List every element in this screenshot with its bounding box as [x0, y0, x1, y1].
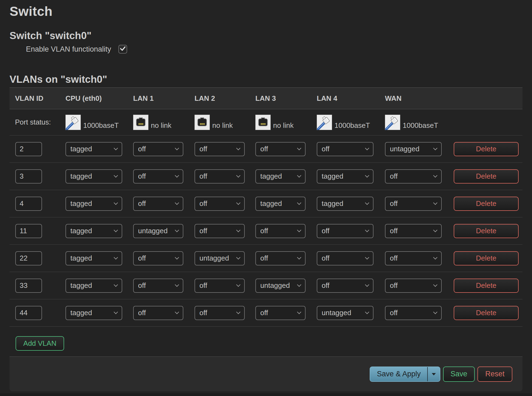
select-value: off: [199, 145, 207, 153]
select-value: off: [199, 172, 207, 181]
enable-vlan-row: Enable VLAN functionality: [26, 44, 111, 55]
delete-button[interactable]: Delete: [454, 197, 519, 211]
enable-vlan-checkbox[interactable]: [118, 45, 127, 54]
chevron-down-icon: [236, 146, 241, 150]
lan1-select[interactable]: off: [133, 279, 183, 293]
chevron-down-icon: [236, 173, 241, 178]
save-button[interactable]: Save: [443, 367, 475, 382]
column-header-lan1: LAN 1: [133, 94, 195, 103]
chevron-down-icon: [297, 310, 301, 314]
lan3-select[interactable]: off: [255, 306, 306, 320]
lan4-select[interactable]: off: [317, 224, 373, 238]
chevron-down-icon: [297, 173, 301, 178]
cpu-select[interactable]: tagged: [65, 279, 122, 293]
delete-button[interactable]: Delete: [454, 142, 519, 156]
wan-select[interactable]: off: [385, 279, 442, 293]
cpu-select[interactable]: tagged: [65, 169, 122, 184]
vlan-id-input[interactable]: [15, 197, 42, 211]
select-value: off: [322, 145, 329, 153]
select-value: tagged: [70, 145, 92, 153]
lan1-select[interactable]: off: [133, 169, 183, 184]
cpu-select[interactable]: tagged: [65, 224, 122, 238]
save-and-apply-button[interactable]: Save & Apply: [370, 367, 440, 382]
wan-select[interactable]: off: [385, 251, 442, 265]
lan2-select[interactable]: off: [195, 279, 245, 293]
lan3-select[interactable]: off: [255, 142, 306, 156]
select-value: tagged: [70, 227, 92, 235]
delete-button[interactable]: Delete: [454, 224, 519, 238]
ethernet-unplugged-icon: [195, 115, 210, 130]
vlan-table-row: tagged untagged off off off off: [10, 217, 522, 245]
vlan-id-input[interactable]: [15, 142, 42, 156]
select-value: untagged: [260, 281, 290, 290]
ethernet-plugged-icon: [385, 115, 400, 130]
vlan-table-row: tagged off untagged off off off: [10, 245, 522, 272]
select-value: off: [199, 227, 207, 235]
chevron-down-icon: [297, 201, 301, 205]
page-title: Switch: [10, 4, 53, 19]
lan4-select[interactable]: tagged: [317, 197, 373, 211]
chevron-down-icon: [114, 255, 118, 260]
delete-button[interactable]: Delete: [454, 279, 519, 293]
lan3-select[interactable]: tagged: [255, 197, 306, 211]
wan-select[interactable]: off: [385, 224, 442, 238]
lan1-select[interactable]: off: [133, 142, 183, 156]
cpu-select[interactable]: tagged: [65, 251, 122, 265]
vlan-id-input[interactable]: [15, 169, 42, 184]
lan4-select[interactable]: tagged: [317, 169, 373, 184]
lan4-select[interactable]: untagged: [317, 306, 373, 320]
cpu-select[interactable]: tagged: [65, 197, 122, 211]
lan2-select[interactable]: off: [195, 142, 245, 156]
select-value: tagged: [260, 172, 282, 181]
lan1-select[interactable]: off: [133, 197, 183, 211]
chevron-down-icon: [114, 173, 118, 178]
wan-select[interactable]: untagged: [385, 142, 442, 156]
delete-button[interactable]: Delete: [454, 169, 519, 184]
lan2-select[interactable]: off: [195, 306, 245, 320]
lan2-select[interactable]: off: [195, 224, 245, 238]
select-value: untagged: [390, 145, 419, 153]
port-status-text: no link: [151, 121, 171, 130]
reset-button[interactable]: Reset: [477, 367, 512, 382]
port-status-text: 1000baseT: [334, 121, 370, 130]
switch-section-title: Switch "switch0": [10, 30, 91, 42]
lan1-select[interactable]: untagged: [133, 224, 183, 238]
lan4-select[interactable]: off: [317, 142, 373, 156]
select-value: off: [138, 309, 146, 317]
lan3-select[interactable]: off: [255, 224, 306, 238]
dropdown-arrow-icon[interactable]: [428, 367, 440, 381]
lan1-select[interactable]: off: [133, 251, 183, 265]
vlan-section-title: VLANs on "switch0": [10, 74, 107, 85]
delete-button[interactable]: Delete: [454, 251, 519, 265]
wan-select[interactable]: off: [385, 197, 442, 211]
chevron-down-icon: [114, 201, 118, 205]
lan3-select[interactable]: untagged: [255, 279, 306, 293]
lan2-select[interactable]: untagged: [195, 251, 245, 265]
lan4-select[interactable]: off: [317, 251, 373, 265]
vlan-table-row: tagged off off off untagged off: [10, 299, 522, 327]
wan-select[interactable]: off: [385, 169, 442, 184]
port-status-text: 1000baseT: [83, 121, 119, 130]
lan3-select[interactable]: tagged: [255, 169, 306, 184]
wan-select[interactable]: off: [385, 306, 442, 320]
cpu-select[interactable]: tagged: [65, 142, 122, 156]
chevron-down-icon: [365, 146, 369, 150]
delete-button[interactable]: Delete: [454, 306, 519, 320]
lan4-select[interactable]: off: [317, 279, 373, 293]
select-value: tagged: [322, 172, 343, 181]
chevron-down-icon: [175, 283, 179, 287]
vlan-id-input[interactable]: [15, 251, 42, 265]
lan1-select[interactable]: off: [133, 306, 183, 320]
add-vlan-button[interactable]: Add VLAN: [16, 336, 64, 351]
chevron-down-icon: [365, 310, 369, 314]
vlan-id-input[interactable]: [15, 306, 42, 320]
lan2-select[interactable]: off: [195, 197, 245, 211]
lan3-select[interactable]: off: [255, 251, 306, 265]
select-value: off: [390, 227, 397, 235]
select-value: untagged: [138, 227, 168, 235]
cpu-select[interactable]: tagged: [65, 306, 122, 320]
vlan-id-input[interactable]: [15, 279, 42, 293]
select-value: off: [260, 145, 268, 153]
vlan-id-input[interactable]: [15, 224, 42, 238]
lan2-select[interactable]: off: [195, 169, 245, 184]
